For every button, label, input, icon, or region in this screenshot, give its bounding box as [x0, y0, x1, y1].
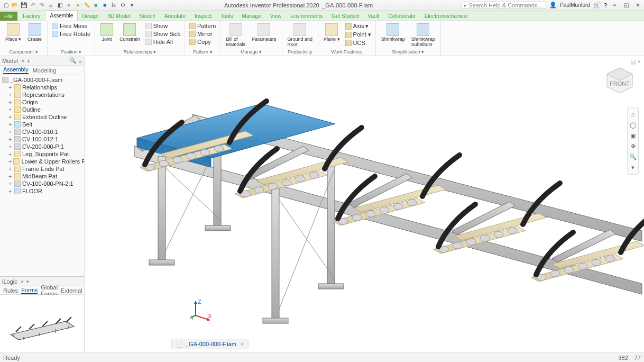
help-icon[interactable]: ? [604, 2, 607, 8]
document-tab[interactable]: 📄 _GA-000-000-F.iam × [171, 339, 249, 349]
ilogic-tab-forms[interactable]: Forms [21, 287, 38, 294]
tab-file[interactable]: File [0, 12, 17, 21]
ribbon-panel-label[interactable]: Relationships ▾ [98, 49, 181, 55]
ribbon-panel-label[interactable]: Work Features [321, 49, 372, 55]
ribbon-btn-create[interactable]: Create [25, 22, 44, 43]
ribbon-panel-label[interactable]: Pattern ▾ [188, 49, 217, 55]
tree-node[interactable]: +Extended Outline [0, 113, 84, 121]
ribbon-panel-label[interactable]: Manage ▾ [224, 49, 278, 55]
qat-material-icon[interactable]: ● [65, 2, 72, 9]
tab-collaborate[interactable]: Collaborate [384, 12, 420, 21]
tree-node[interactable]: +FLOOR [0, 187, 84, 195]
ribbon-panel-label[interactable]: Component ▾ [3, 49, 44, 55]
browser-tab-modeling[interactable]: Modeling [33, 67, 57, 74]
window-minimize-icon[interactable]: ━ [610, 2, 619, 9]
ilogic-tab-external[interactable]: External [61, 287, 82, 294]
tree-node[interactable]: +CV-200-000-P:1 [0, 143, 84, 150]
ribbon-btn-shrinkwrap-substitute[interactable]: ShrinkwrapSubstitute [409, 22, 437, 48]
qat-save-icon[interactable]: 💾 [20, 2, 27, 9]
tree-node[interactable]: +CV-100-000-PN-2:1 [0, 180, 84, 187]
qat-fx-icon[interactable]: fx [110, 2, 117, 9]
nav-orbit-icon[interactable]: ◯ [629, 121, 637, 129]
ribbon-panel-label[interactable]: Productivity [286, 49, 315, 55]
tab-assemble[interactable]: Assemble [45, 11, 78, 21]
tree-node[interactable]: +Relationships [0, 84, 84, 91]
browser-tab-assembly[interactable]: Assembly [3, 66, 29, 74]
qat-style-icon[interactable]: ▾ [128, 2, 135, 9]
ribbon-btn-mirror[interactable]: Mirror [188, 30, 217, 38]
browser-close-icon[interactable]: × [21, 58, 24, 64]
tab-getstarted[interactable]: Get Started [327, 12, 363, 21]
ribbon-btn-point-[interactable]: Point ▾ [344, 31, 372, 39]
ribbon-btn-show-sick[interactable]: Show Sick [144, 30, 181, 38]
ribbon-btn-shrinkwrap[interactable]: Shrinkwrap [379, 22, 407, 43]
tree-node[interactable]: +CV-100-012:1 [0, 135, 84, 143]
qat-tool-icon[interactable]: ⚙ [119, 2, 126, 9]
qat-open-icon[interactable]: 📂 [11, 2, 19, 9]
tab-view[interactable]: View [266, 12, 287, 21]
ribbon-btn-ground-and-root[interactable]: Ground andRoot [286, 22, 315, 48]
qat-undo-icon[interactable]: ↶ [29, 2, 36, 9]
tree-node[interactable]: +Origin [0, 98, 84, 106]
nav-pan-icon[interactable]: ✥ [629, 142, 637, 150]
nav-zoom-icon[interactable]: 🔍 [629, 153, 637, 160]
tree-node[interactable]: +Belt [0, 121, 84, 128]
tab-vault[interactable]: Vault [363, 12, 384, 21]
qat-measure-icon[interactable]: 📏 [83, 2, 90, 9]
qat-home-icon[interactable]: ⌂ [47, 2, 54, 9]
ribbon-btn-show[interactable]: Show [144, 22, 181, 30]
help-search-input[interactable]: ▸ Search Help & Commands... [462, 2, 546, 9]
ribbon-btn-joint[interactable]: Joint [98, 22, 115, 43]
tab-annotate[interactable]: Annotate [160, 12, 190, 21]
tree-node[interactable]: +Representations [0, 91, 84, 98]
ribbon-btn-plane-[interactable]: Plane ▾ [321, 22, 342, 43]
tab-3dmodel[interactable]: 3D Model [104, 12, 135, 21]
ribbon-btn-axis-[interactable]: Axis ▾ [344, 22, 372, 30]
ribbon-btn-ucs[interactable]: UCS [344, 39, 372, 47]
ribbon-btn-free-rotate[interactable]: Free Rotate [51, 30, 91, 38]
user-icon[interactable]: 👤 [549, 2, 557, 8]
tree-node[interactable]: +MidBeam Pat [0, 173, 84, 180]
tab-environments[interactable]: Environments [286, 12, 327, 21]
cart-icon[interactable]: 🛒 [593, 2, 601, 8]
tree-node[interactable]: +Frame Ends Pat [0, 165, 84, 173]
tree-node[interactable]: _GA-000-000-F.asm [0, 76, 84, 84]
ilogic-close-icon[interactable]: × [21, 278, 24, 285]
tab-inspect[interactable]: Inspect [190, 12, 216, 21]
doc-close-icon[interactable]: × [241, 341, 244, 347]
viewport[interactable]: ◱ × [85, 56, 644, 352]
ribbon-btn-free-move[interactable]: Free Move [51, 22, 91, 30]
tab-sketch[interactable]: Sketch [135, 12, 160, 21]
nav-home-icon[interactable]: ⌂ [629, 111, 637, 118]
tree-node[interactable]: +CV-100-010:1 [0, 128, 84, 135]
ilogic-tab-rules[interactable]: Rules [3, 287, 18, 294]
tab-tools[interactable]: Tools [216, 12, 237, 21]
viewcube[interactable]: FRONT [605, 66, 634, 95]
qat-color1-icon[interactable]: ■ [92, 2, 99, 9]
ribbon-panel-label[interactable]: Position ▾ [51, 49, 91, 55]
ilogic-form-thumbnail[interactable] [0, 295, 84, 352]
browser-search-icon[interactable]: 🔍 [69, 57, 77, 65]
ribbon-btn-copy[interactable]: Copy [188, 38, 217, 46]
tab-electromechanical[interactable]: Electromechanical [420, 12, 473, 21]
tab-design[interactable]: Design [78, 12, 103, 21]
browser-add-icon[interactable]: + [26, 58, 30, 64]
nav-lookat-icon[interactable]: ▣ [629, 132, 637, 139]
browser-menu-icon[interactable]: ≡ [79, 58, 82, 64]
ribbon-btn-place-[interactable]: Place ▾ [3, 22, 23, 43]
qat-redo-icon[interactable]: ↷ [38, 2, 45, 9]
ribbon-panel-label[interactable]: Simplification ▾ [379, 49, 437, 55]
ribbon-btn-pattern[interactable]: Pattern [188, 22, 217, 30]
tree-node[interactable]: +Lower & Upper Rollers Pat [0, 158, 84, 165]
model-tree[interactable]: _GA-000-000-F.asm+Relationships+Represen… [0, 75, 84, 276]
ilogic-add-icon[interactable]: + [26, 278, 29, 285]
nav-toggle-icon[interactable]: ▾ [629, 164, 637, 171]
tree-node[interactable]: +Leg_Supports Pat [0, 150, 84, 158]
tab-factory[interactable]: Factory [19, 12, 45, 21]
ribbon-btn-parameters[interactable]: Parameters [250, 22, 279, 43]
ribbon-btn-bill-of-materials[interactable]: Bill ofMaterials [224, 22, 247, 48]
qat-select-icon[interactable]: ◧ [56, 2, 63, 9]
qat-color2-icon[interactable]: ■ [101, 2, 108, 9]
user-name[interactable]: PaulMunford [560, 2, 590, 8]
ribbon-btn-constrain[interactable]: Constrain [117, 22, 142, 43]
